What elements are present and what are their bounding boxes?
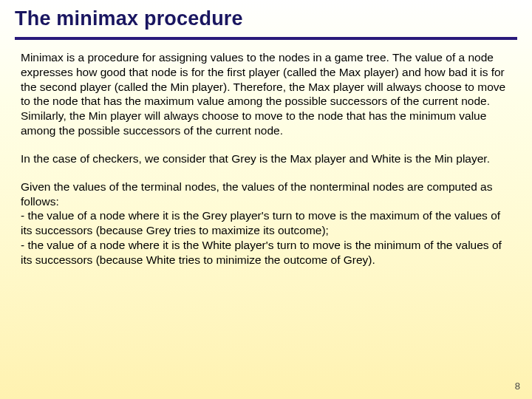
page-number: 8	[515, 381, 520, 392]
slide: The minimax procedure Minimax is a proce…	[0, 0, 532, 399]
body-paragraph: Minimax is a procedure for assigning val…	[21, 50, 511, 138]
body-paragraph: In the case of checkers, we consider tha…	[21, 151, 511, 166]
slide-body: Minimax is a procedure for assigning val…	[21, 50, 511, 369]
title-divider	[15, 37, 517, 40]
body-paragraph: Given the values of the terminal nodes, …	[21, 180, 511, 267]
slide-title: The minimax procedure	[15, 7, 517, 30]
